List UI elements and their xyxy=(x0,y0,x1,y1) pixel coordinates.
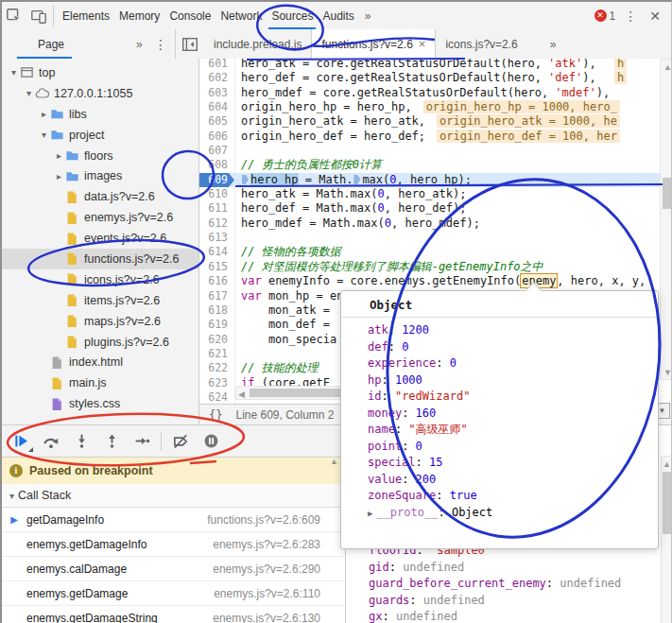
step-button[interactable] xyxy=(127,429,157,454)
inspect-icon[interactable] xyxy=(2,5,26,27)
code-text[interactable]: // 技能的处理 xyxy=(234,361,319,374)
hide-navigator-icon[interactable] xyxy=(176,29,204,59)
code-text[interactable]: hero_mdef = Math.max(0, hero_mdef); xyxy=(234,216,480,230)
chevron-down-icon[interactable]: ▾ xyxy=(8,67,20,78)
file-tab-functions-js-v-2-6[interactable]: functions.js?v=2.6× xyxy=(311,29,436,59)
navigator-more-icon[interactable]: ⋮ xyxy=(150,37,171,52)
line-number-610[interactable]: 610 xyxy=(199,187,234,201)
call-stack-header[interactable]: ▾ Call Stack xyxy=(2,484,345,508)
step-into-button[interactable] xyxy=(66,429,96,454)
close-icon[interactable]: ✕ xyxy=(646,9,664,24)
callstack-frame-enemys-getdamagestring[interactable]: enemys.getDamageStringenemys.js?v=2.6:13… xyxy=(2,606,345,623)
tree-item-icons-js-v-2-6[interactable]: icons.js?v=2.6 xyxy=(2,269,198,290)
code-text[interactable]: origin_hero_atk = hero_atk,origin_hero_a… xyxy=(234,114,620,128)
tree-item-events-js-v-2-6[interactable]: events.js?v=2.6 xyxy=(2,228,198,249)
line-number-607[interactable]: 607 xyxy=(199,144,234,158)
panel-tab-console[interactable]: Console xyxy=(164,2,215,29)
code-text[interactable] xyxy=(234,347,241,360)
device-toolbar-icon[interactable] xyxy=(26,5,51,27)
callstack-frame-enemys-caldamage[interactable]: enemys.calDamageenemys.js?v=2.6:290 xyxy=(2,557,345,581)
line-number-616[interactable]: 616 xyxy=(199,274,234,288)
tree-item-functions-js-v-2-6[interactable]: functions.js?v=2.6 xyxy=(2,249,198,269)
callstack-frame-getdamageinfo[interactable]: ▶getDamageInfofunctions.js?v=2.6:609 xyxy=(2,508,345,532)
code-text[interactable]: // 对坚固模仿等处理移到了脚本编辑-getEnemyInfo之中 xyxy=(234,260,543,273)
tree-item-project[interactable]: ▾project xyxy=(2,125,198,146)
line-number-612[interactable]: 612 xyxy=(199,216,234,231)
code-text[interactable] xyxy=(234,144,241,157)
code-text[interactable]: hero_def = Math.max(0, hero_def); xyxy=(234,201,466,215)
line-number-624[interactable]: 624 xyxy=(199,390,234,404)
deactivate-breakpoints-button[interactable] xyxy=(165,429,196,454)
tree-item-plugins-js-v-2-6[interactable]: plugins.js?v=2.6 xyxy=(2,332,198,353)
chevron-right-icon[interactable]: ▸ xyxy=(53,150,65,161)
line-number-619[interactable]: 619 xyxy=(199,318,234,332)
step-over-button[interactable] xyxy=(36,429,66,454)
line-number-622[interactable]: 622 xyxy=(199,361,234,375)
popup-proto-row[interactable]: ▶__proto__: Object xyxy=(368,505,658,522)
code-text[interactable]: hero_hp = Math.max(0, hero_hp); xyxy=(234,173,472,186)
navigator-tabs-overflow[interactable]: » xyxy=(130,38,148,51)
line-number-603[interactable]: 603 xyxy=(199,86,234,100)
line-number-617[interactable]: 617 xyxy=(199,289,234,303)
chevron-right-icon[interactable]: ▸ xyxy=(53,171,65,182)
file-tab-include-preload-js[interactable]: include.preload.js xyxy=(204,29,311,59)
panel-tab-network[interactable]: Network xyxy=(215,2,267,29)
more-options-icon[interactable]: ⋮ xyxy=(620,9,641,24)
code-text[interactable]: origin_hero_def = hero_def;origin_hero_d… xyxy=(234,130,620,143)
callstack-frame-enemys-getdamageinfo[interactable]: enemys.getDamageInfoenemys.js?v=2.6:283 xyxy=(2,532,345,557)
resume-button[interactable] xyxy=(6,429,36,454)
tree-item-maps-js-v-2-6[interactable]: maps.js?v=2.6 xyxy=(2,311,198,332)
tree-item-images[interactable]: ▸images xyxy=(2,165,198,186)
code-text[interactable] xyxy=(234,231,241,244)
code-text[interactable]: mon_def = xyxy=(234,318,330,331)
code-text[interactable]: // 勇士的负属性都按0计算 xyxy=(234,158,382,171)
callstack-frame-enemys-getdamage[interactable]: enemys.getDamageenemys.js?v=2.6:110 xyxy=(2,581,345,606)
tree-item-data-js-v-2-6[interactable]: data.js?v=2.6 xyxy=(2,186,198,207)
tree-item-127-0-0-1-1055[interactable]: ▾127.0.0.1:1055 xyxy=(2,83,198,104)
line-number-605[interactable]: 605 xyxy=(199,114,234,129)
line-number-615[interactable]: 615 xyxy=(199,260,234,274)
error-badge[interactable]: ✕ 1 xyxy=(594,9,616,23)
tree-item-top[interactable]: ▾top xyxy=(2,62,198,83)
code-text[interactable]: origin_hero_hp = hero_hp,origin_hero_hp … xyxy=(234,100,620,113)
tree-item-main-js[interactable]: main.js xyxy=(2,372,198,393)
tab-page[interactable]: Page xyxy=(2,29,85,59)
code-text[interactable]: mon_atk = xyxy=(234,303,330,317)
step-out-button[interactable] xyxy=(96,429,127,454)
hovered-token-enemy[interactable]: enemy xyxy=(520,273,558,288)
chevron-down-icon[interactable]: ▾ xyxy=(23,88,35,98)
chevron-right-icon[interactable]: ▸ xyxy=(38,109,50,119)
code-text[interactable]: mon_specia xyxy=(234,333,336,346)
vertical-scrollbar[interactable]: ▲ ▼ xyxy=(660,59,672,380)
line-number-608[interactable]: 608 xyxy=(199,158,234,172)
line-number-606[interactable]: 606 xyxy=(199,130,234,144)
code-text[interactable]: var enemyInfo = core.enemys.getEnemyInfo… xyxy=(234,274,646,287)
tree-item-items-js-v-2-6[interactable]: items.js?v=2.6 xyxy=(2,290,198,311)
scope-scrollbar[interactable]: ▲ xyxy=(661,456,672,623)
line-number-620[interactable]: 620 xyxy=(199,333,234,347)
code-text[interactable]: hero_def = core.getRealStatusOrDefault(h… xyxy=(234,71,627,84)
code-text[interactable]: hero_atk = Math.max(0, hero_atk); xyxy=(234,187,466,200)
file-tabs-overflow[interactable]: » xyxy=(544,38,562,51)
pretty-print-icon[interactable]: {} xyxy=(209,408,222,422)
code-text[interactable]: hero_atk = core.getRealStatusOrDefault(h… xyxy=(234,59,627,70)
line-number-602[interactable]: 602 xyxy=(199,71,234,85)
file-tab-icons-js-v-2-6[interactable]: icons.js?v=2.6 xyxy=(436,29,526,59)
chevron-down-icon[interactable]: ▾ xyxy=(38,130,50,140)
line-number-613[interactable]: 613 xyxy=(199,231,234,245)
line-number-623[interactable]: 623 xyxy=(199,376,234,390)
line-number-609[interactable]: 609 xyxy=(199,173,234,187)
line-number-601[interactable]: 601 xyxy=(199,59,234,71)
tree-item-floors[interactable]: ▸floors xyxy=(2,146,198,166)
pause-on-exceptions-button[interactable] xyxy=(196,429,226,454)
line-number-621[interactable]: 621 xyxy=(199,347,234,361)
tree-item-libs[interactable]: ▸libs xyxy=(2,104,198,125)
line-number-618[interactable]: 618 xyxy=(199,303,234,318)
callstack-scrollbar[interactable]: ▲ xyxy=(328,457,340,466)
panel-tab-elements[interactable]: Elements xyxy=(58,2,114,29)
tree-item-styles-css[interactable]: styles.css xyxy=(2,393,198,414)
tree-item-enemys-js-v-2-6[interactable]: enemys.js?v=2.6 xyxy=(2,207,198,228)
panel-tab-sources[interactable]: Sources xyxy=(267,2,318,29)
panel-tab-audits[interactable]: Audits xyxy=(318,2,358,29)
line-number-611[interactable]: 611 xyxy=(199,201,234,216)
